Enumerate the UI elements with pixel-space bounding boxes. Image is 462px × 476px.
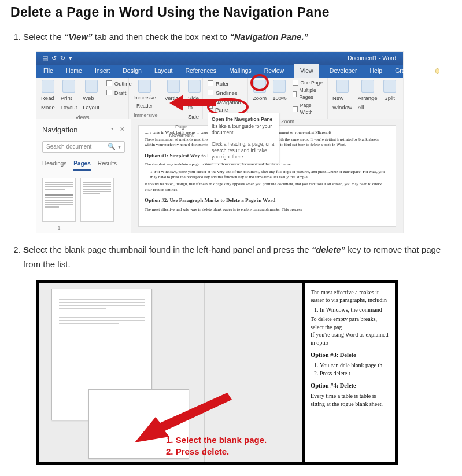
doc-text: It should be noted, though, that if the … — [145, 182, 390, 193]
group-label: Page Movement — [165, 121, 198, 141]
nav-pane-ref: “Navigation Pane.” — [230, 32, 308, 42]
delete-key-ref: “delete” — [312, 245, 345, 254]
section-heading: Delete a Page in Word Using the Navigati… — [10, 5, 452, 20]
text: tab and then check the box next to — [93, 32, 230, 42]
new-window-button[interactable]: New Window — [332, 80, 352, 112]
search-placeholder: Search document — [46, 142, 91, 152]
reader-icon — [138, 80, 151, 93]
nav-tab-pages[interactable]: Pages — [73, 158, 90, 171]
web-layout-button[interactable]: Web Layout — [83, 80, 99, 112]
multiple-pages-button[interactable]: Multiple Pages — [293, 87, 323, 101]
tell-me[interactable]: Tell me — [435, 61, 457, 82]
annotation-captions: 1. Select the blank page. 2. Press delet… — [166, 434, 267, 458]
label: Print Layout — [61, 94, 77, 112]
tab-insert[interactable]: Insert — [93, 64, 112, 78]
text: Select the — [23, 32, 64, 42]
doc-text: The most effective a makes it easier to … — [311, 289, 391, 304]
search-icon: 🔍 — [108, 141, 116, 152]
checkbox-icon — [293, 91, 297, 97]
tooltip-hint: Click a heading, a page, or a search res… — [212, 141, 275, 160]
step-list: Select the “View” tab and then check the… — [10, 29, 452, 465]
arrange-all-button[interactable]: Arrange All — [358, 80, 378, 112]
close-icon[interactable]: ✕ — [120, 124, 125, 135]
annotation-circle-view-tab — [250, 74, 269, 91]
nav-tab-results[interactable]: Results — [98, 158, 117, 171]
tab-file[interactable]: File — [41, 64, 56, 78]
label: Web Layout — [83, 94, 99, 112]
tell-me-label: Tell me — [442, 61, 453, 82]
tab-developer[interactable]: Developer — [327, 64, 360, 78]
pct-icon — [273, 80, 286, 93]
doc-heading: Option #2: Use Paragraph Marks to Delete… — [145, 196, 390, 205]
caption-line: 2. Press delete. — [166, 446, 267, 457]
search-input[interactable]: Search document 🔍 ▾ — [42, 141, 125, 153]
doc-text: Every time a table is table is sitting a… — [311, 392, 391, 408]
page-thumbnail-1[interactable] — [42, 178, 76, 222]
qat-dropdown-icon[interactable]: ▾ — [69, 53, 72, 64]
group-window: New Window Arrange All Split — [328, 78, 396, 119]
nav-caret-icon[interactable]: ▾ — [111, 125, 113, 133]
doc-heading: Option #4: Delete — [311, 382, 391, 390]
web-layout-icon — [85, 80, 98, 93]
redo-icon[interactable]: ↻ — [60, 53, 65, 64]
one-page-button[interactable]: One Page — [293, 80, 323, 87]
tab-grammarly[interactable]: Grammarly — [393, 64, 427, 78]
page-width-button[interactable]: Page Width — [293, 102, 323, 116]
label: Gridlines — [216, 89, 238, 97]
figure-1-word-ribbon: ▤ ↺ ↻ ▾ Document1 - Word File Home Inser… — [36, 51, 404, 233]
checkbox-icon — [106, 80, 112, 86]
step-2: Select the blank page thumbnail found in… — [23, 242, 452, 465]
text: S — [23, 245, 29, 254]
bulb-icon — [435, 68, 439, 74]
annotation-arrow — [169, 94, 216, 112]
tab-mailings[interactable]: Mailings — [227, 64, 254, 78]
doc-text: To delete empty para breaks, select the … — [311, 315, 391, 331]
caption-line: 1. Select the blank page. — [166, 434, 267, 446]
doc-text: In Windows, the command — [320, 306, 391, 314]
print-layout-icon — [62, 80, 75, 93]
tab-home[interactable]: Home — [64, 64, 84, 78]
save-icon[interactable]: ▤ — [42, 53, 48, 64]
ribbon-tabs: File Home Insert Design Layout Reference… — [36, 65, 403, 78]
arrange-icon — [361, 80, 374, 93]
doc-heading: Option #3: Delete — [311, 351, 391, 359]
read-mode-button[interactable]: Read Mode — [41, 80, 55, 112]
side-icon — [188, 80, 201, 93]
text: elect the blank page thumbnail found in … — [29, 245, 312, 254]
print-layout-button[interactable]: Print Layout — [61, 80, 77, 112]
checkbox-icon — [293, 106, 298, 112]
page-number: 1 — [57, 224, 60, 233]
undo-icon[interactable]: ↺ — [51, 53, 57, 64]
label: Read Mode — [41, 94, 55, 112]
page-thumbnails: 1 — [42, 178, 125, 233]
document-preview-right: The most effective a makes it easier to … — [302, 283, 395, 462]
doc-text: You can dele blank page th — [320, 361, 391, 370]
tab-help[interactable]: Help — [368, 64, 385, 78]
label: Zoom — [253, 94, 267, 103]
split-icon — [383, 80, 396, 93]
nav-pane-tabs: Headings Pages Results — [42, 158, 125, 171]
group-label: Immersive — [134, 110, 155, 120]
navigation-pane: Navigation ▾ ✕ Search document 🔍 ▾ Headi… — [36, 119, 131, 233]
outline-button[interactable]: Outline — [106, 80, 132, 87]
tab-design[interactable]: Design — [120, 64, 144, 78]
read-mode-icon — [42, 80, 54, 93]
label: One Page — [301, 80, 323, 87]
doc-text: If you're using Word as explained in opt… — [311, 331, 391, 346]
vertical-icon — [167, 80, 180, 93]
ruler-checkbox[interactable]: Ruler — [208, 80, 243, 87]
draft-button[interactable]: Draft — [106, 89, 132, 97]
immersive-reader-button[interactable]: Immersive Reader — [134, 80, 156, 110]
chevron-down-icon[interactable]: ▾ — [118, 142, 121, 152]
tab-layout[interactable]: Layout — [152, 64, 175, 78]
checkbox-icon — [293, 80, 298, 86]
tab-references[interactable]: References — [183, 64, 219, 78]
nav-tab-headings[interactable]: Headings — [42, 158, 66, 171]
group-immersive: Immersive Reader Immersive — [129, 78, 160, 119]
split-button[interactable]: Split — [383, 80, 396, 112]
tab-view[interactable]: View — [294, 64, 319, 79]
page-thumbnail-2[interactable] — [80, 178, 114, 222]
zoom-100-button[interactable]: 100% — [272, 80, 286, 116]
doc-text: For Windows, place your cursor at the ve… — [150, 169, 385, 179]
label: Ruler — [216, 80, 229, 87]
